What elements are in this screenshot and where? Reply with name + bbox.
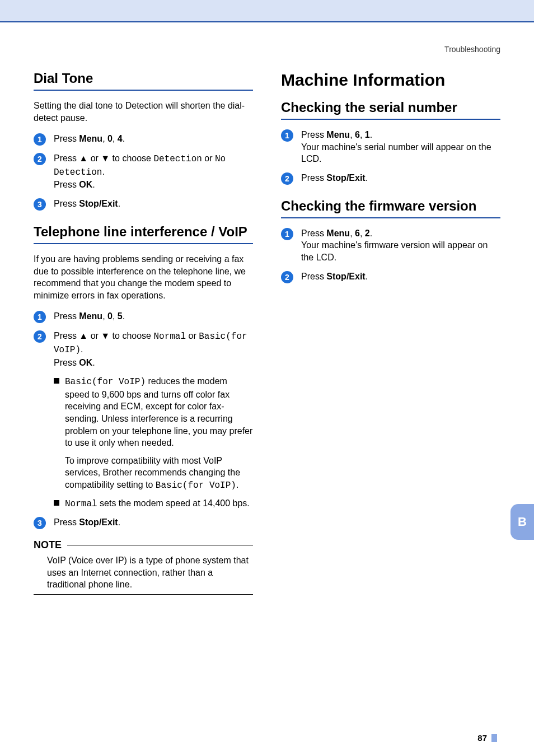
- dial-tone-step-1: 1 Press Menu, 0, 4.: [34, 133, 253, 146]
- top-banner: [0, 0, 534, 22]
- step-text: Press Menu, 6, 2. Your machine's firmwar…: [301, 227, 500, 264]
- firmware-step-2: 2 Press Stop/Exit.: [281, 270, 500, 283]
- note-body: VoIP (Voice over IP) is a type of phone …: [47, 554, 253, 591]
- serial-step-2: 2 Press Stop/Exit.: [281, 172, 500, 185]
- note-label: NOTE: [34, 539, 62, 551]
- heading-rule: [281, 217, 500, 218]
- voip-sub-normal: Normal sets the modem speed at 14,400 bp…: [54, 497, 253, 511]
- voip-step-3: 3 Press Stop/Exit.: [34, 516, 253, 529]
- step-number-icon: 2: [281, 271, 293, 283]
- page-body: Troubleshooting Dial Tone Setting the di…: [0, 22, 534, 756]
- voip-sub-basic: Basic(for VoIP) reduces the modem speed …: [54, 375, 253, 449]
- step-number-icon: 2: [34, 153, 46, 165]
- step-text: Press Menu, 0, 4.: [54, 133, 253, 145]
- step-number-icon: 1: [281, 228, 293, 240]
- up-arrow-icon: ▲: [79, 331, 88, 340]
- note-end-line: [34, 594, 253, 595]
- step-text: Press ▲ or ▼ to choose Normal or Basic(f…: [54, 330, 253, 368]
- down-arrow-icon: ▼: [101, 153, 110, 163]
- page-marker-icon: [491, 734, 497, 742]
- firmware-step-1: 1 Press Menu, 6, 2. Your machine's firmw…: [281, 227, 500, 264]
- heading-serial: Checking the serial number: [281, 100, 500, 115]
- voip-intro: If you are having problems sending or re…: [34, 253, 253, 301]
- heading-rule: [281, 119, 500, 120]
- heading-firmware: Checking the firmware version: [281, 198, 500, 214]
- step-number-icon: 3: [34, 517, 46, 529]
- voip-sub-basic-note: To improve compatibility with most VoIP …: [65, 455, 253, 492]
- step-number-icon: 3: [34, 198, 46, 211]
- up-arrow-icon: ▲: [79, 153, 88, 163]
- heading-rule: [34, 90, 253, 91]
- dial-tone-step-2: 2 Press ▲ or ▼ to choose Detection or No…: [34, 152, 253, 191]
- note-header: NOTE: [34, 539, 253, 551]
- dial-tone-intro: Setting the dial tone to Detection will …: [34, 100, 253, 124]
- serial-step-1: 1 Press Menu, 6, 1. Your machine's seria…: [281, 129, 500, 165]
- step-number-icon: 1: [34, 311, 46, 323]
- columns: Dial Tone Setting the dial tone to Detec…: [34, 71, 500, 595]
- heading-voip: Telephone line interference / VoIP: [34, 224, 253, 240]
- heading-dial-tone: Dial Tone: [34, 71, 253, 86]
- note-line: [67, 545, 253, 546]
- step-number-icon: 2: [281, 172, 293, 185]
- square-bullet-icon: [54, 378, 59, 384]
- left-column: Dial Tone Setting the dial tone to Detec…: [34, 71, 253, 595]
- breadcrumb: Troubleshooting: [34, 45, 500, 54]
- step-text: Press Stop/Exit.: [301, 172, 500, 184]
- voip-step-2: 2 Press ▲ or ▼ to choose Normal or Basic…: [34, 330, 253, 368]
- page-footer: 87: [477, 733, 497, 743]
- step-text: Press Stop/Exit.: [54, 516, 253, 529]
- voip-step-1: 1 Press Menu, 0, 5.: [34, 310, 253, 323]
- sub-text: Normal sets the modem speed at 14,400 bp…: [65, 497, 253, 511]
- step-text: Press Stop/Exit.: [301, 270, 500, 283]
- step-text: Press ▲ or ▼ to choose Detection or No D…: [54, 152, 253, 191]
- sub-text: Basic(for VoIP) reduces the modem speed …: [65, 375, 253, 449]
- step-number-icon: 2: [34, 330, 46, 343]
- right-column: Machine Information Checking the serial …: [281, 71, 500, 595]
- down-arrow-icon: ▼: [101, 331, 110, 340]
- heading-machine-info: Machine Information: [281, 71, 500, 90]
- page-number: 87: [477, 733, 487, 743]
- step-text: Press Menu, 0, 5.: [54, 310, 253, 323]
- step-text: Press Stop/Exit.: [54, 198, 253, 210]
- step-number-icon: 1: [281, 129, 293, 142]
- section-tab: B: [510, 504, 534, 540]
- square-bullet-icon: [54, 500, 59, 506]
- step-number-icon: 1: [34, 133, 46, 146]
- dial-tone-step-3: 3 Press Stop/Exit.: [34, 198, 253, 211]
- step-text: Press Menu, 6, 1. Your machine's serial …: [301, 129, 500, 165]
- heading-rule: [34, 243, 253, 244]
